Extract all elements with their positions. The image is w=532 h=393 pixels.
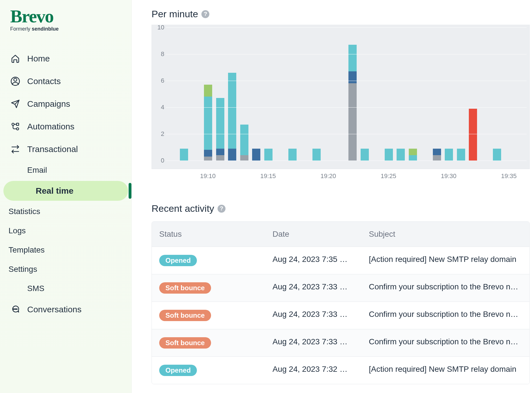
nav-campaigns[interactable]: Campaigns bbox=[0, 93, 131, 115]
chart-bar[interactable] bbox=[348, 45, 357, 161]
chart-bar[interactable] bbox=[312, 149, 321, 161]
subnav-sms-label: SMS bbox=[27, 284, 44, 293]
nav-home-label: Home bbox=[27, 54, 50, 63]
chart-bar[interactable] bbox=[288, 149, 297, 161]
nav-home[interactable]: Home bbox=[0, 47, 131, 70]
chart-bar-segment bbox=[445, 149, 453, 161]
transactional-subnav: Email bbox=[0, 161, 131, 180]
nav-contacts[interactable]: Contacts bbox=[0, 70, 131, 93]
table-row[interactable]: Soft bounceAug 24, 2023 7:33 …Confirm yo… bbox=[152, 329, 529, 357]
cell-date: Aug 24, 2023 7:33 … bbox=[265, 302, 361, 329]
chart-bar-segment bbox=[312, 149, 321, 161]
nav-automations[interactable]: Automations bbox=[0, 115, 131, 138]
chart-y-tick: 8 bbox=[152, 50, 164, 58]
subnav-sms[interactable]: SMS bbox=[27, 279, 131, 298]
cell-status: Soft bounce bbox=[152, 329, 265, 356]
cell-subject: Confirm your subscription to the Brevo n… bbox=[361, 302, 529, 329]
chart-x-tick: 19:35 bbox=[501, 172, 517, 180]
recent-activity-help-icon[interactable]: ? bbox=[218, 205, 225, 213]
chart-y-tick: 0 bbox=[152, 157, 164, 164]
chart-bar-segment bbox=[348, 83, 357, 161]
subnav-statistics[interactable]: Statistics bbox=[8, 202, 131, 221]
chart-x-tick: 19:30 bbox=[441, 172, 456, 180]
table-row[interactable]: Soft bounceAug 24, 2023 7:33 …Confirm yo… bbox=[152, 302, 529, 329]
nav-automations-label: Automations bbox=[27, 122, 75, 131]
chart-bar[interactable] bbox=[469, 109, 477, 161]
chart-bar-segment bbox=[457, 149, 465, 161]
subnav-logs[interactable]: Logs bbox=[8, 221, 131, 240]
chart-bar[interactable] bbox=[264, 149, 273, 161]
cell-status: Opened bbox=[152, 357, 265, 384]
table-row[interactable]: Soft bounceAug 24, 2023 7:33 …Confirm yo… bbox=[152, 274, 529, 302]
chart-bar-segment bbox=[204, 150, 212, 157]
subnav-statistics-label: Statistics bbox=[8, 207, 40, 216]
nav-transactional-label: Transactional bbox=[27, 144, 78, 154]
chart-y-tick: 6 bbox=[152, 77, 164, 84]
chart-gridline bbox=[166, 81, 527, 81]
chart-bar[interactable] bbox=[493, 149, 501, 161]
cell-date: Aug 24, 2023 7:33 … bbox=[265, 329, 361, 356]
chart-y-tick: 10 bbox=[152, 24, 164, 31]
active-indicator bbox=[129, 183, 131, 199]
cell-subject: [Action required] New SMTP relay domain bbox=[361, 247, 529, 274]
nav-transactional[interactable]: Transactional bbox=[0, 138, 131, 161]
chart-bar[interactable] bbox=[228, 73, 236, 161]
recent-activity-table: Status Date Subject OpenedAug 24, 2023 7… bbox=[152, 221, 530, 384]
chart-bar[interactable] bbox=[180, 149, 188, 161]
contacts-icon bbox=[10, 76, 20, 86]
cell-subject: [Action required] New SMTP relay domain bbox=[361, 357, 529, 384]
status-badge: Soft bounce bbox=[159, 310, 211, 321]
table-row[interactable]: OpenedAug 24, 2023 7:32 …[Action require… bbox=[152, 357, 529, 384]
nav-conversations-label: Conversations bbox=[27, 305, 82, 314]
chart-bar[interactable] bbox=[252, 149, 260, 161]
home-icon bbox=[10, 54, 20, 64]
chart-bar-segment bbox=[216, 155, 224, 161]
chart-y-tick: 4 bbox=[152, 104, 164, 111]
chart-bar-segment bbox=[397, 149, 405, 161]
chart-gridline bbox=[166, 54, 527, 54]
chart-bar-segment bbox=[385, 149, 393, 161]
chart-bar[interactable] bbox=[409, 149, 417, 161]
chart-bar[interactable] bbox=[433, 149, 441, 161]
transactional-sms-wrap: SMS bbox=[0, 279, 131, 298]
chart-bar[interactable] bbox=[457, 149, 465, 161]
per-minute-help-icon[interactable]: ? bbox=[201, 10, 209, 18]
cell-date: Aug 24, 2023 7:33 … bbox=[265, 274, 361, 302]
chart-bar[interactable] bbox=[361, 149, 369, 161]
subnav-templates-label: Templates bbox=[8, 245, 45, 254]
brand-tagline: Formerly sendinblue bbox=[10, 26, 121, 32]
subnav-settings[interactable]: Settings bbox=[8, 260, 131, 279]
chart-bar-segment bbox=[228, 73, 236, 149]
chart-bar[interactable] bbox=[204, 85, 212, 161]
svg-point-7 bbox=[16, 309, 17, 309]
chart-bar-segment bbox=[469, 109, 477, 161]
per-minute-heading: Per minute ? bbox=[152, 8, 532, 20]
chart-bar[interactable] bbox=[240, 125, 248, 161]
per-minute-title: Per minute bbox=[152, 8, 198, 20]
chart-bar-segment bbox=[216, 98, 224, 149]
table-row[interactable]: OpenedAug 24, 2023 7:35 …[Action require… bbox=[152, 247, 529, 274]
chart-bar-segment bbox=[433, 149, 441, 155]
per-minute-chart: 0246810 bbox=[152, 25, 530, 169]
nav-conversations[interactable]: Conversations bbox=[0, 298, 131, 321]
subnav-real-time[interactable]: Real time bbox=[3, 181, 128, 201]
main-content: Per minute ? 0246810 19:1019:1519:2019:2… bbox=[132, 0, 532, 393]
chart-gridline bbox=[166, 134, 527, 134]
chart-bar-segment bbox=[493, 149, 501, 161]
subnav-settings-label: Settings bbox=[8, 265, 37, 274]
sidebar: Brevo Formerly sendinblue Home Contacts bbox=[0, 0, 132, 393]
subnav-templates[interactable]: Templates bbox=[8, 240, 131, 260]
subnav-email-label: Email bbox=[27, 166, 47, 174]
chart-bar[interactable] bbox=[397, 149, 405, 161]
chart-x-tick: 19:10 bbox=[200, 172, 216, 180]
chart-bar[interactable] bbox=[445, 149, 453, 161]
subnav-email[interactable]: Email bbox=[27, 161, 131, 180]
chart-bar-segment bbox=[433, 155, 441, 161]
chart-bar-segment bbox=[180, 149, 188, 161]
chart-bar-segment bbox=[228, 149, 236, 161]
brand-tagline-prefix: Formerly bbox=[10, 26, 32, 32]
chart-bar[interactable] bbox=[385, 149, 393, 161]
status-badge: Soft bounce bbox=[159, 337, 211, 349]
brand-name: Brevo bbox=[10, 7, 121, 25]
automations-icon bbox=[10, 121, 20, 132]
